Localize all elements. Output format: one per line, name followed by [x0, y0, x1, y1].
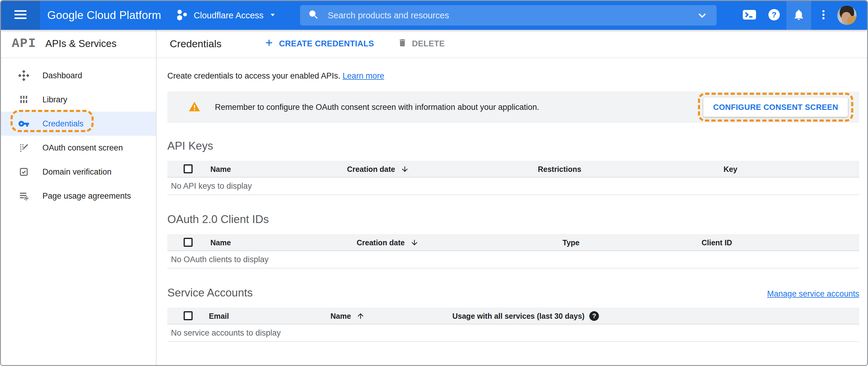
search-icon: [308, 9, 319, 22]
top-navigation-bar: Google Cloud Platform Cloudflare Access …: [1, 1, 867, 30]
page-content: Create credentials to access your enable…: [156, 71, 867, 342]
sort-asc-icon: [356, 312, 365, 320]
delete-button[interactable]: DELETE: [398, 38, 445, 50]
dashboard-icon: [18, 70, 30, 81]
help-button[interactable]: ?: [762, 1, 786, 30]
select-all-checkbox[interactable]: [184, 164, 193, 173]
select-all-checkbox[interactable]: [184, 311, 193, 320]
column-header-name[interactable]: Name: [210, 234, 231, 251]
column-header-type[interactable]: Type: [562, 234, 580, 251]
column-header-creation-date[interactable]: Creation date: [347, 161, 409, 178]
sort-desc-icon: [410, 238, 418, 247]
oauth-consent-icon: [18, 143, 30, 153]
sidebar-item-label: Domain verification: [42, 167, 112, 177]
column-header-name[interactable]: Name: [331, 308, 365, 325]
account-button[interactable]: [836, 6, 858, 25]
name-label: Name: [331, 312, 351, 321]
cloud-shell-icon: [743, 9, 756, 22]
column-header-restrictions[interactable]: Restrictions: [538, 161, 581, 178]
sidebar-item-label: Page usage agreements: [42, 191, 131, 201]
column-header-client-id[interactable]: Client ID: [702, 234, 732, 251]
create-credentials-button[interactable]: CREATE CREDENTIALS: [265, 38, 374, 49]
page-usage-agreements-icon: [18, 191, 30, 201]
sort-desc-icon: [401, 165, 409, 173]
search-placeholder: Search products and resources: [328, 10, 449, 21]
gcp-logo[interactable]: Google Cloud Platform: [47, 9, 161, 22]
avatar: [837, 6, 857, 25]
sidebar-item-library[interactable]: Library: [1, 88, 156, 112]
svg-text:?: ?: [772, 10, 776, 19]
trash-icon: [398, 38, 407, 50]
project-switcher-icon: [176, 8, 189, 23]
column-header-key[interactable]: Key: [723, 161, 737, 178]
configure-consent-screen-button[interactable]: CONFIGURE CONSENT SCREEN: [703, 97, 848, 117]
sidebar-item-dashboard[interactable]: Dashboard: [1, 63, 156, 88]
service-accounts-title-row: Service Accounts Manage service accounts: [167, 286, 859, 299]
column-header-usage[interactable]: Usage with all services (last 30 days) ?: [452, 308, 599, 325]
sidebar: API APIs & Services Dashboard Library: [1, 30, 156, 365]
chevron-down-icon: [269, 10, 277, 20]
gcp-console-window: Google Cloud Platform Cloudflare Access …: [0, 0, 868, 366]
create-credentials-label: CREATE CREDENTIALS: [279, 39, 374, 49]
bell-icon: [793, 8, 805, 22]
main-panel: Credentials CREATE CREDENTIALS DELETE Cr: [156, 30, 867, 365]
search-expand-chevron-icon[interactable]: [695, 9, 709, 22]
column-header-creation-date[interactable]: Creation date: [356, 234, 418, 251]
creation-date-label: Creation date: [347, 165, 395, 174]
search-input[interactable]: Search products and resources: [300, 5, 717, 26]
library-icon: [18, 94, 30, 105]
sidebar-item-label: Credentials: [42, 119, 84, 128]
select-all-checkbox[interactable]: [184, 238, 193, 247]
service-accounts-section-title: Service Accounts: [167, 286, 253, 299]
column-header-name[interactable]: Name: [210, 161, 231, 178]
page-toolbar: Credentials CREATE CREDENTIALS DELETE: [156, 30, 867, 58]
sidebar-item-oauth-consent-screen[interactable]: OAuth consent screen: [1, 136, 156, 160]
notifications-button[interactable]: [786, 1, 811, 30]
oauth-consent-warning-banner: Remember to configure the OAuth consent …: [167, 92, 859, 123]
sidebar-item-label: Library: [42, 95, 67, 104]
warning-message: Remember to configure the OAuth consent …: [215, 103, 539, 112]
oauth-clients-table-header: Name Creation date Type Client ID: [167, 234, 859, 251]
delete-label: DELETE: [412, 39, 445, 49]
service-accounts-table-header: Email Name Usage with all services (last…: [167, 308, 859, 325]
sidebar-nav: Dashboard Library Credentials: [1, 58, 156, 208]
learn-more-link[interactable]: Learn more: [342, 71, 384, 80]
sidebar-item-domain-verification[interactable]: Domain verification: [1, 160, 156, 184]
sidebar-item-label: Dashboard: [42, 71, 82, 80]
main-menu-button[interactable]: [1, 1, 40, 30]
kebab-icon: [817, 9, 830, 22]
intro-text: Create credentials to access your enable…: [167, 71, 859, 81]
creation-date-label: Creation date: [356, 238, 405, 247]
plus-icon: [265, 38, 274, 49]
project-name: Cloudflare Access: [194, 10, 264, 21]
api-keys-section-title: API Keys: [167, 140, 859, 152]
warning-icon: [188, 101, 200, 114]
project-selector[interactable]: Cloudflare Access: [176, 8, 277, 23]
api-product-logo: API: [12, 36, 36, 51]
key-icon: [18, 118, 30, 129]
cloud-shell-button[interactable]: [737, 1, 762, 30]
consent-annotation-highlight: CONFIGURE CONSENT SCREEN: [698, 93, 853, 122]
more-options-button[interactable]: [811, 1, 836, 30]
api-keys-empty-state: No API keys to display: [167, 178, 859, 195]
help-icon: ?: [768, 9, 780, 22]
sidebar-header: API APIs & Services: [1, 30, 156, 58]
domain-verification-icon: [18, 167, 30, 177]
column-header-email[interactable]: Email: [209, 308, 229, 325]
api-keys-table-header: Name Creation date Restrictions Key: [167, 161, 859, 178]
usage-help-icon[interactable]: ?: [589, 311, 599, 321]
intro-sentence: Create credentials to access your enable…: [167, 71, 340, 80]
hamburger-icon: [14, 10, 27, 21]
sidebar-item-page-usage-agreements[interactable]: Page usage agreements: [1, 184, 156, 208]
oauth-clients-section-title: OAuth 2.0 Client IDs: [167, 213, 859, 226]
sidebar-item-credentials[interactable]: Credentials: [1, 112, 156, 136]
usage-label: Usage with all services (last 30 days): [452, 312, 585, 321]
topbar-action-icons: ?: [737, 1, 858, 30]
service-accounts-empty-state: No service accounts to display: [167, 325, 859, 342]
page-title: Credentials: [170, 38, 221, 50]
oauth-clients-empty-state: No OAuth clients to display: [167, 251, 859, 269]
sidebar-item-label: OAuth consent screen: [42, 143, 123, 153]
sidebar-title: APIs & Services: [45, 38, 117, 49]
manage-service-accounts-link[interactable]: Manage service accounts: [767, 289, 859, 299]
